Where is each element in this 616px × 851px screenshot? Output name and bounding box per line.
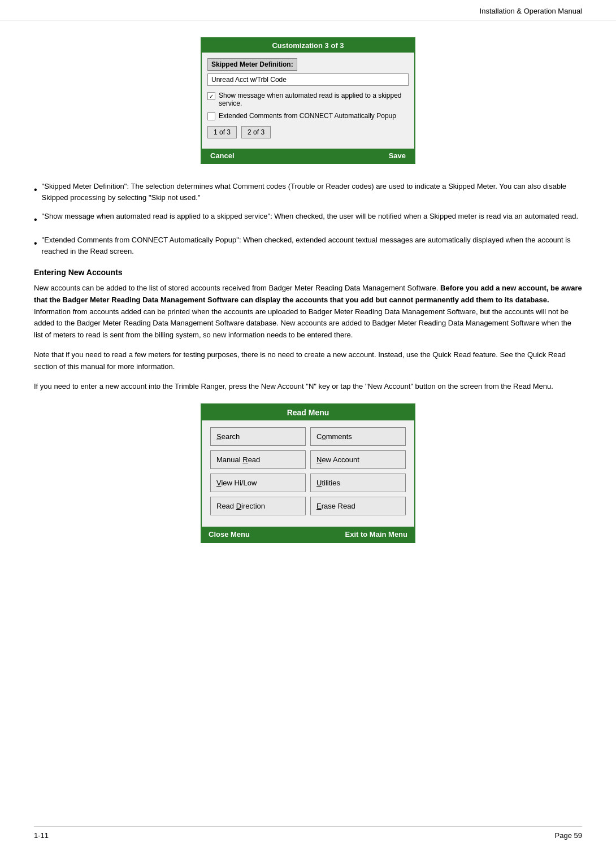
- bullet-item-3: • "Extended Comments from CONNECT Automa…: [34, 235, 582, 257]
- utilities-button[interactable]: Utilities: [310, 474, 406, 492]
- bullet-list: • "Skipped Meter Definition": The select…: [34, 181, 582, 257]
- view-hilow-button[interactable]: View Hi/Low: [210, 474, 306, 492]
- para1-normal: New accounts can be added to the list of…: [34, 284, 438, 292]
- manual-read-button[interactable]: Manual Read: [210, 450, 306, 469]
- read-direction-button[interactable]: Read Direction: [210, 497, 306, 515]
- footer-right: Page 59: [555, 831, 582, 840]
- bullet-text-2: "Show message when automated read is app…: [42, 211, 578, 222]
- view-hilow-label: View Hi/Low: [216, 479, 257, 487]
- new-account-button[interactable]: New Account: [310, 450, 406, 469]
- checkbox2-row: Extended Comments from CONNECT Automatic…: [207, 112, 409, 120]
- bullet-text-1: "Skipped Meter Definition": The selectio…: [42, 181, 582, 203]
- body-para-3: If you need to enter a new account into …: [34, 381, 582, 393]
- field-value[interactable]: Unread Acct w/Trbl Code: [207, 73, 409, 86]
- checkbox2-label: Extended Comments from CONNECT Automatic…: [219, 112, 396, 120]
- customization-dialog-container: Customization 3 of 3 Skipped Meter Defin…: [34, 37, 582, 164]
- erase-read-button[interactable]: Erase Read: [310, 497, 406, 515]
- manual-title: Installation & Operation Manual: [480, 7, 582, 15]
- customization-dialog: Customization 3 of 3 Skipped Meter Defin…: [201, 37, 415, 164]
- checkbox1-row: Show message when automated read is appl…: [207, 92, 409, 107]
- dialog-title: Customization 3 of 3: [202, 38, 414, 53]
- dialog-footer: Cancel Save: [202, 149, 414, 163]
- read-menu-dialog: Read Menu Search Comments Manual Read Ne…: [201, 403, 415, 543]
- section-heading: Entering New Accounts: [34, 268, 582, 277]
- bullet-item-2: • "Show message when automated read is a…: [34, 211, 582, 227]
- nav-btn-2[interactable]: 2 of 3: [241, 126, 271, 138]
- dialog-nav-row: 1 of 3 2 of 3: [207, 126, 409, 138]
- dialog-body: Skipped Meter Definition: Unread Acct w/…: [202, 53, 414, 149]
- cancel-button[interactable]: Cancel: [210, 151, 235, 160]
- manual-read-label: Manual Read: [216, 455, 260, 464]
- save-button[interactable]: Save: [389, 151, 406, 160]
- search-button[interactable]: Search: [210, 427, 306, 446]
- field-label: Skipped Meter Definition:: [207, 58, 297, 71]
- page-footer: 1-11 Page 59: [34, 826, 582, 840]
- exit-main-menu-button[interactable]: Exit to Main Menu: [345, 530, 408, 539]
- new-account-label: New Account: [316, 455, 359, 464]
- page-content: Customization 3 of 3 Skipped Meter Defin…: [0, 20, 616, 583]
- bullet-dot-3: •: [34, 237, 37, 250]
- read-menu-footer: Close Menu Exit to Main Menu: [202, 527, 414, 542]
- close-menu-button[interactable]: Close Menu: [209, 530, 250, 539]
- body-para-1: New accounts can be added to the list of…: [34, 283, 582, 341]
- bullet-dot-1: •: [34, 183, 37, 197]
- utilities-label: Utilities: [316, 479, 340, 487]
- read-menu-title: Read Menu: [202, 405, 414, 420]
- erase-read-label: Erase Read: [316, 502, 355, 510]
- body-para-2: Note that if you need to read a few mete…: [34, 349, 582, 373]
- para1-rest: Information from accounts added can be p…: [34, 307, 571, 340]
- bullet-text-3: "Extended Comments from CONNECT Automati…: [42, 235, 582, 257]
- read-menu-body: Search Comments Manual Read New Account …: [202, 420, 414, 527]
- read-menu-container: Read Menu Search Comments Manual Read Ne…: [34, 403, 582, 543]
- checkbox2[interactable]: [207, 112, 215, 120]
- read-menu-grid: Search Comments Manual Read New Account …: [210, 427, 406, 515]
- bullet-dot-2: •: [34, 213, 37, 227]
- checkbox1-label: Show message when automated read is appl…: [219, 92, 409, 107]
- bullet-item-1: • "Skipped Meter Definition": The select…: [34, 181, 582, 203]
- footer-left: 1-11: [34, 831, 49, 840]
- read-direction-label: Read Direction: [216, 502, 265, 510]
- comments-button[interactable]: Comments: [310, 427, 406, 446]
- checkbox1[interactable]: [207, 92, 215, 100]
- search-label: Search: [216, 432, 240, 441]
- nav-btn-1[interactable]: 1 of 3: [207, 126, 237, 138]
- comments-label: Comments: [316, 432, 352, 441]
- page-header: Installation & Operation Manual: [0, 0, 616, 20]
